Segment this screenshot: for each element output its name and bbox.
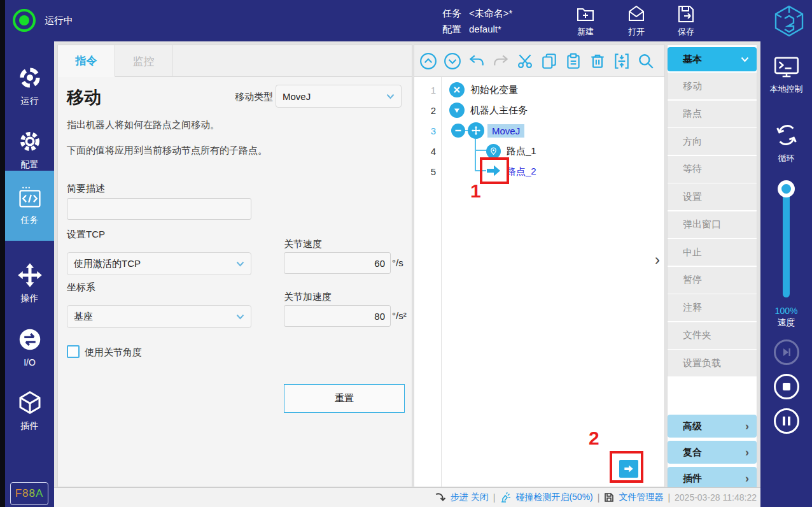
- chevron-down-icon: [236, 314, 244, 320]
- save-file-icon: [676, 4, 696, 24]
- terminal-icon: [773, 55, 801, 80]
- tcp-dropdown[interactable]: 使用激活的TCP: [67, 252, 251, 275]
- step-forward-button[interactable]: [774, 339, 799, 365]
- tree-row-main-task[interactable]: 2 机器人主任务: [414, 100, 664, 120]
- move-down-icon[interactable]: [444, 52, 461, 70]
- open-file-icon: [626, 4, 647, 24]
- sidebar-label-run: 运行: [21, 96, 39, 107]
- sidebar-label-io: I/O: [24, 357, 36, 368]
- run-target-icon: [17, 65, 43, 90]
- tab-monitor[interactable]: 监控: [115, 45, 172, 77]
- sidebar-item-io[interactable]: I/O: [5, 315, 54, 379]
- speed-label: 速度: [760, 317, 812, 329]
- sidebar-item-run[interactable]: 运行: [5, 54, 54, 118]
- speed-slider-thumb[interactable]: [778, 180, 795, 197]
- library-item-waypoint[interactable]: 路点: [668, 101, 757, 127]
- row-number: 2: [414, 105, 436, 116]
- status-bar: 步进 关闭 | 碰撞检测开启(50%) | 文件管理器 | 2025-03-28…: [54, 487, 760, 507]
- library-item-abort[interactable]: 中止: [668, 239, 757, 266]
- chevron-right-icon: ›: [745, 472, 749, 485]
- speed-slider-track[interactable]: [783, 188, 790, 297]
- move-type-value: MoveJ: [283, 91, 311, 102]
- collision-detect-status[interactable]: 碰撞检测开启(50%): [515, 492, 592, 503]
- tree-row-movej[interactable]: 3 MoveJ: [414, 120, 664, 141]
- stop-icon: [782, 382, 791, 391]
- io-arrows-icon: [17, 327, 43, 352]
- open-task-button[interactable]: 打开: [616, 4, 657, 38]
- copy-icon[interactable]: [540, 52, 558, 70]
- speed-percent: 100%: [760, 306, 812, 316]
- library-item-popup[interactable]: 弹出窗口: [668, 211, 757, 238]
- panel-expand-chevron[interactable]: ›: [650, 250, 665, 269]
- new-file-icon: [575, 4, 596, 24]
- use-joint-angle-label: 使用关节角度: [85, 346, 142, 359]
- pause-button[interactable]: [774, 408, 799, 434]
- right-control-strip: 本地控制 循环 100% 速度: [760, 41, 812, 507]
- step-forward-icon: [781, 347, 792, 357]
- library-item-direction[interactable]: 方向: [668, 128, 757, 155]
- redo-icon[interactable]: [492, 52, 510, 70]
- annotation-number-1: 1: [470, 180, 481, 202]
- library-group-plugin[interactable]: 插件 ›: [668, 467, 757, 490]
- frame-dropdown[interactable]: 基座: [67, 305, 251, 328]
- stop-button[interactable]: [774, 374, 799, 399]
- device-id-badge[interactable]: F88A: [10, 482, 48, 505]
- sidebar-item-plugin[interactable]: 插件: [5, 379, 54, 443]
- status-label: 运行中: [45, 15, 73, 27]
- joint-accel-input[interactable]: [284, 305, 391, 327]
- page-title: 移动: [67, 86, 101, 109]
- move-up-icon[interactable]: [419, 52, 437, 70]
- new-task-label: 新建: [577, 26, 594, 38]
- joint-accel-label: 关节加速度: [284, 291, 332, 303]
- library-group-composite[interactable]: 复合 ›: [668, 441, 757, 464]
- collapse-minus-icon[interactable]: [451, 124, 465, 138]
- save-task-button[interactable]: 保存: [666, 4, 706, 38]
- sidebar-item-task[interactable]: 任务: [5, 171, 54, 241]
- move-type-dropdown[interactable]: MoveJ: [276, 85, 402, 108]
- brand-logo-icon: [771, 3, 807, 39]
- tcp-value: 使用激活的TCP: [74, 258, 141, 270]
- file-manager-link[interactable]: 文件管理器: [619, 492, 663, 503]
- tree-node-label-selected: MoveJ: [487, 124, 524, 138]
- tab-command[interactable]: 指令: [58, 45, 115, 77]
- paste-icon[interactable]: [564, 52, 582, 70]
- library-item-folder[interactable]: 文件夹: [668, 322, 757, 349]
- loop-button[interactable]: 循环: [760, 121, 812, 164]
- joint-speed-unit: °/s: [392, 257, 403, 268]
- config-label: 配置: [442, 21, 461, 37]
- delete-icon[interactable]: [589, 52, 606, 70]
- undo-icon[interactable]: [468, 52, 486, 70]
- cut-icon[interactable]: [516, 52, 534, 70]
- insert-node-button[interactable]: [619, 460, 638, 478]
- chevron-down-icon: [386, 94, 395, 99]
- chevron-down-icon: [236, 261, 244, 267]
- library-item-move[interactable]: 移动: [668, 73, 757, 99]
- reset-button[interactable]: 重置: [284, 384, 405, 413]
- step-mode-status[interactable]: 步进 关闭: [451, 492, 489, 503]
- library-item-wait[interactable]: 等待: [668, 156, 757, 183]
- sidebar-label-task: 任务: [21, 215, 39, 226]
- library-group-label: 基本: [683, 54, 702, 66]
- tree-row-waypoint-1[interactable]: 4 路点_1: [414, 141, 664, 161]
- new-task-button[interactable]: 新建: [565, 4, 606, 38]
- use-joint-angle-checkbox[interactable]: [67, 345, 80, 358]
- search-icon[interactable]: [637, 52, 655, 70]
- x-circle-icon: [449, 82, 465, 97]
- code-window-icon: [17, 185, 43, 210]
- library-group-advanced[interactable]: 高级 ›: [668, 415, 757, 438]
- local-control-button[interactable]: 本地控制: [760, 55, 812, 95]
- joint-speed-input[interactable]: [284, 252, 391, 274]
- collapse-icon[interactable]: [613, 52, 631, 70]
- library-group-basic[interactable]: 基本: [668, 47, 757, 71]
- tree-row-init-var[interactable]: 1 初始化变量: [414, 80, 664, 100]
- brief-description-input[interactable]: [67, 198, 251, 220]
- library-item-comment[interactable]: 注释: [668, 294, 757, 321]
- step-mode-icon: [435, 492, 446, 503]
- library-item-set[interactable]: 设置: [668, 183, 757, 210]
- library-item-payload[interactable]: 设置负载: [668, 350, 757, 376]
- open-task-label: 打开: [628, 26, 645, 38]
- tree-node-label: 路点_1: [507, 145, 536, 157]
- sidebar-item-operate[interactable]: 操作: [5, 252, 54, 315]
- library-item-pause[interactable]: 暂停: [668, 267, 757, 294]
- tree-row-waypoint-2[interactable]: 5 路点_2: [414, 161, 664, 182]
